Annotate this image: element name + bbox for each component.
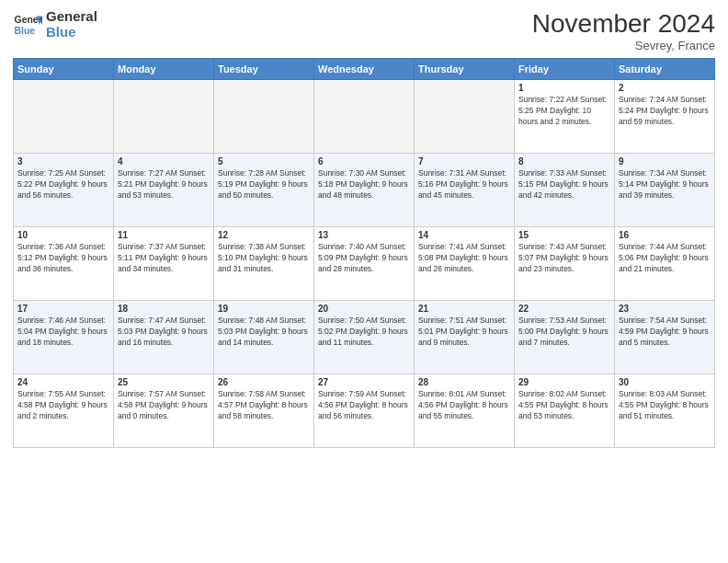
calendar-cell: 26Sunrise: 7:58 AM Sunset: 4:57 PM Dayli…: [214, 374, 314, 448]
calendar-cell: 19Sunrise: 7:48 AM Sunset: 5:03 PM Dayli…: [214, 301, 314, 374]
calendar-cell: 12Sunrise: 7:38 AM Sunset: 5:10 PM Dayli…: [214, 227, 314, 301]
calendar-cell: [415, 80, 515, 154]
logo-icon: General Blue: [13, 10, 42, 40]
day-number: 10: [17, 230, 109, 240]
logo-text-blue: Blue: [46, 25, 97, 40]
calendar-cell: 5Sunrise: 7:28 AM Sunset: 5:19 PM Daylig…: [214, 154, 314, 227]
day-number: 6: [318, 156, 410, 167]
calendar-cell: 4Sunrise: 7:27 AM Sunset: 5:21 PM Daylig…: [114, 154, 214, 227]
day-info: Sunrise: 8:01 AM Sunset: 4:56 PM Dayligh…: [418, 389, 510, 422]
location-subtitle: Sevrey, France: [532, 39, 715, 52]
day-info: Sunrise: 7:25 AM Sunset: 5:22 PM Dayligh…: [17, 168, 109, 201]
calendar-cell: 18Sunrise: 7:47 AM Sunset: 5:03 PM Dayli…: [114, 301, 214, 374]
day-number: 29: [518, 377, 610, 387]
day-number: 9: [619, 156, 711, 167]
day-info: Sunrise: 7:33 AM Sunset: 5:15 PM Dayligh…: [518, 168, 610, 201]
calendar-cell: 21Sunrise: 7:51 AM Sunset: 5:01 PM Dayli…: [415, 301, 515, 374]
day-info: Sunrise: 7:58 AM Sunset: 4:57 PM Dayligh…: [218, 389, 310, 422]
calendar-cell: 28Sunrise: 8:01 AM Sunset: 4:56 PM Dayli…: [415, 374, 515, 448]
page-container: General Blue General Blue November 2024 …: [0, 0, 728, 457]
col-tuesday: Tuesday: [214, 59, 314, 80]
day-info: Sunrise: 7:36 AM Sunset: 5:12 PM Dayligh…: [17, 242, 109, 275]
calendar-cell: 9Sunrise: 7:34 AM Sunset: 5:14 PM Daylig…: [615, 154, 715, 227]
calendar-table: Sunday Monday Tuesday Wednesday Thursday…: [13, 58, 715, 448]
day-number: 2: [619, 83, 711, 93]
svg-text:Blue: Blue: [15, 25, 36, 35]
day-number: 23: [619, 304, 711, 314]
col-thursday: Thursday: [415, 59, 515, 80]
month-title: November 2024: [532, 9, 715, 39]
day-number: 17: [17, 304, 109, 314]
calendar-cell: 2Sunrise: 7:24 AM Sunset: 5:24 PM Daylig…: [615, 80, 715, 154]
day-number: 18: [118, 304, 210, 314]
day-number: 26: [218, 377, 310, 387]
day-info: Sunrise: 7:27 AM Sunset: 5:21 PM Dayligh…: [118, 168, 210, 201]
day-info: Sunrise: 7:51 AM Sunset: 5:01 PM Dayligh…: [418, 316, 510, 349]
calendar-cell: 17Sunrise: 7:46 AM Sunset: 5:04 PM Dayli…: [14, 301, 114, 374]
day-info: Sunrise: 7:57 AM Sunset: 4:58 PM Dayligh…: [118, 389, 210, 422]
day-info: Sunrise: 7:59 AM Sunset: 4:56 PM Dayligh…: [318, 389, 410, 422]
day-number: 19: [218, 304, 310, 314]
calendar-cell: 15Sunrise: 7:43 AM Sunset: 5:07 PM Dayli…: [515, 227, 615, 301]
logo-text-general: General: [46, 9, 97, 25]
day-number: 28: [418, 377, 510, 387]
calendar-cell: 1Sunrise: 7:22 AM Sunset: 5:25 PM Daylig…: [515, 80, 615, 154]
day-info: Sunrise: 8:03 AM Sunset: 4:55 PM Dayligh…: [619, 389, 711, 422]
calendar-cell: 14Sunrise: 7:41 AM Sunset: 5:08 PM Dayli…: [415, 227, 515, 301]
day-info: Sunrise: 7:44 AM Sunset: 5:06 PM Dayligh…: [619, 242, 711, 275]
calendar-cell: 24Sunrise: 7:55 AM Sunset: 4:58 PM Dayli…: [14, 374, 114, 448]
day-number: 12: [218, 230, 310, 240]
day-info: Sunrise: 7:38 AM Sunset: 5:10 PM Dayligh…: [218, 242, 310, 275]
col-friday: Friday: [515, 59, 615, 80]
calendar-cell: 30Sunrise: 8:03 AM Sunset: 4:55 PM Dayli…: [615, 374, 715, 448]
day-info: Sunrise: 7:40 AM Sunset: 5:09 PM Dayligh…: [318, 242, 410, 275]
day-info: Sunrise: 7:46 AM Sunset: 5:04 PM Dayligh…: [17, 316, 109, 349]
calendar-cell: [314, 80, 415, 154]
day-info: Sunrise: 7:55 AM Sunset: 4:58 PM Dayligh…: [17, 389, 109, 422]
calendar-cell: 22Sunrise: 7:53 AM Sunset: 5:00 PM Dayli…: [515, 301, 615, 374]
calendar-cell: 3Sunrise: 7:25 AM Sunset: 5:22 PM Daylig…: [14, 154, 114, 227]
day-info: Sunrise: 7:48 AM Sunset: 5:03 PM Dayligh…: [218, 316, 310, 349]
day-info: Sunrise: 7:28 AM Sunset: 5:19 PM Dayligh…: [218, 168, 310, 201]
day-number: 5: [218, 156, 310, 167]
header: General Blue General Blue November 2024 …: [13, 9, 715, 52]
day-info: Sunrise: 7:22 AM Sunset: 5:25 PM Dayligh…: [518, 95, 610, 128]
calendar-cell: 8Sunrise: 7:33 AM Sunset: 5:15 PM Daylig…: [515, 154, 615, 227]
day-info: Sunrise: 7:53 AM Sunset: 5:00 PM Dayligh…: [518, 316, 610, 349]
day-number: 25: [118, 377, 210, 387]
calendar-cell: [114, 80, 214, 154]
title-block: November 2024 Sevrey, France: [532, 9, 715, 52]
day-number: 27: [318, 377, 410, 387]
day-info: Sunrise: 7:47 AM Sunset: 5:03 PM Dayligh…: [118, 316, 210, 349]
calendar-cell: 23Sunrise: 7:54 AM Sunset: 4:59 PM Dayli…: [615, 301, 715, 374]
day-number: 13: [318, 230, 410, 240]
day-number: 11: [118, 230, 210, 240]
calendar-cell: 27Sunrise: 7:59 AM Sunset: 4:56 PM Dayli…: [314, 374, 415, 448]
day-info: Sunrise: 7:54 AM Sunset: 4:59 PM Dayligh…: [619, 316, 711, 349]
col-wednesday: Wednesday: [314, 59, 415, 80]
day-number: 30: [619, 377, 711, 387]
day-number: 22: [518, 304, 610, 314]
day-number: 7: [418, 156, 510, 167]
calendar-cell: 13Sunrise: 7:40 AM Sunset: 5:09 PM Dayli…: [314, 227, 415, 301]
day-number: 4: [118, 156, 210, 167]
calendar-cell: 11Sunrise: 7:37 AM Sunset: 5:11 PM Dayli…: [114, 227, 214, 301]
logo: General Blue General Blue: [13, 9, 97, 40]
day-number: 14: [418, 230, 510, 240]
day-info: Sunrise: 7:43 AM Sunset: 5:07 PM Dayligh…: [518, 242, 610, 275]
calendar-cell: 25Sunrise: 7:57 AM Sunset: 4:58 PM Dayli…: [114, 374, 214, 448]
day-number: 3: [17, 156, 109, 167]
calendar-cell: 29Sunrise: 8:02 AM Sunset: 4:55 PM Dayli…: [515, 374, 615, 448]
calendar-cell: [214, 80, 314, 154]
day-info: Sunrise: 7:34 AM Sunset: 5:14 PM Dayligh…: [619, 168, 711, 201]
day-info: Sunrise: 7:31 AM Sunset: 5:16 PM Dayligh…: [418, 168, 510, 201]
day-info: Sunrise: 7:30 AM Sunset: 5:18 PM Dayligh…: [318, 168, 410, 201]
day-number: 8: [518, 156, 610, 167]
col-sunday: Sunday: [14, 59, 114, 80]
calendar-cell: 20Sunrise: 7:50 AM Sunset: 5:02 PM Dayli…: [314, 301, 415, 374]
col-monday: Monday: [114, 59, 214, 80]
day-number: 24: [17, 377, 109, 387]
calendar-cell: 16Sunrise: 7:44 AM Sunset: 5:06 PM Dayli…: [615, 227, 715, 301]
day-info: Sunrise: 7:41 AM Sunset: 5:08 PM Dayligh…: [418, 242, 510, 275]
day-info: Sunrise: 8:02 AM Sunset: 4:55 PM Dayligh…: [518, 389, 610, 422]
